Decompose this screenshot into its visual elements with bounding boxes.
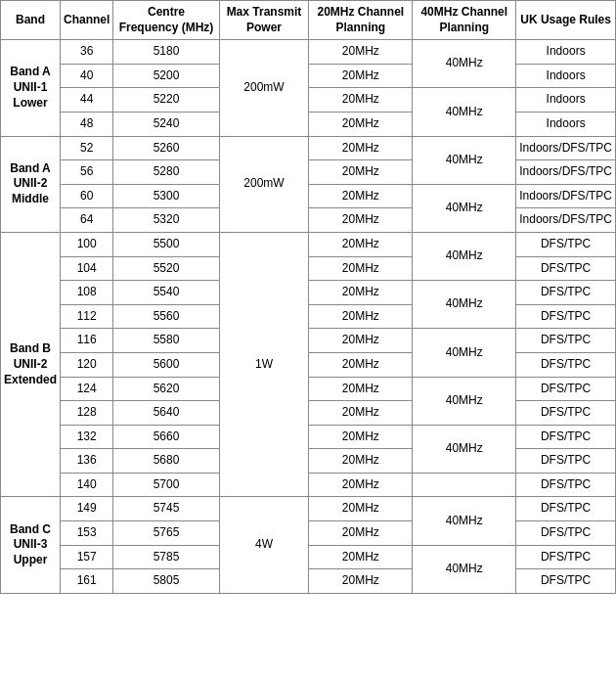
freq-cell: 5765 — [113, 521, 219, 546]
usage-cell: DFS/TPC — [516, 425, 616, 449]
40mhz-cell: 40MHz — [413, 425, 516, 473]
40mhz-cell: 40MHz — [413, 545, 516, 593]
channel-cell: 140 — [61, 473, 113, 497]
20mhz-cell: 20MHz — [309, 304, 413, 329]
20mhz-cell: 20MHz — [309, 232, 413, 256]
40mhz-cell: 40MHz — [413, 377, 516, 425]
channel-cell: 100 — [61, 232, 113, 256]
header-freq: Centre Frequency (MHz) — [113, 1, 219, 40]
usage-cell: DFS/TPC — [516, 281, 616, 305]
40mhz-cell: 40MHz — [413, 497, 516, 545]
20mhz-cell: 20MHz — [309, 569, 413, 594]
freq-cell: 5560 — [113, 304, 219, 329]
power-cell: 200mW — [219, 40, 309, 136]
channel-cell: 44 — [61, 88, 113, 113]
freq-cell: 5260 — [113, 136, 219, 160]
channel-cell: 120 — [61, 352, 113, 377]
band-cell: Band BUNII-2Extended — [1, 232, 61, 497]
usage-cell: Indoors/DFS/TPC — [516, 136, 616, 160]
20mhz-cell: 20MHz — [309, 88, 413, 113]
channel-cell: 52 — [61, 136, 113, 160]
channel-cell: 60 — [61, 184, 113, 208]
usage-cell: DFS/TPC — [516, 473, 616, 497]
usage-cell: DFS/TPC — [516, 377, 616, 401]
40mhz-cell: 40MHz — [413, 329, 516, 377]
header-band: Band — [1, 1, 61, 40]
freq-cell: 5620 — [113, 377, 219, 401]
channel-cell: 64 — [61, 208, 113, 233]
20mhz-cell: 20MHz — [309, 401, 413, 426]
freq-cell: 5700 — [113, 473, 219, 497]
freq-cell: 5280 — [113, 160, 219, 185]
usage-cell: DFS/TPC — [516, 569, 616, 594]
40mhz-cell: 40MHz — [413, 88, 516, 136]
power-cell: 200mW — [219, 136, 309, 232]
band-cell: Band AUNII-2Middle — [1, 136, 61, 232]
20mhz-cell: 20MHz — [309, 281, 413, 305]
channel-cell: 149 — [61, 497, 113, 521]
header-20mhz: 20MHz Channel Planning — [309, 1, 413, 40]
band-cell: Band AUNII-1Lower — [1, 40, 61, 136]
usage-cell: DFS/TPC — [516, 545, 616, 569]
20mhz-cell: 20MHz — [309, 112, 413, 136]
band-cell: Band CUNII-3Upper — [1, 497, 61, 593]
freq-cell: 5500 — [113, 232, 219, 256]
20mhz-cell: 20MHz — [309, 160, 413, 185]
channel-cell: 116 — [61, 329, 113, 353]
usage-cell: DFS/TPC — [516, 329, 616, 353]
channel-cell: 132 — [61, 425, 113, 449]
20mhz-cell: 20MHz — [309, 184, 413, 208]
channel-cell: 136 — [61, 449, 113, 474]
channel-cell: 128 — [61, 401, 113, 426]
main-table: Band Channel Centre Frequency (MHz) Max … — [0, 0, 616, 594]
20mhz-cell: 20MHz — [309, 40, 413, 65]
freq-cell: 5320 — [113, 208, 219, 233]
20mhz-cell: 20MHz — [309, 64, 413, 88]
channel-cell: 36 — [61, 40, 113, 65]
20mhz-cell: 20MHz — [309, 377, 413, 401]
20mhz-cell: 20MHz — [309, 473, 413, 497]
freq-cell: 5745 — [113, 497, 219, 521]
20mhz-cell: 20MHz — [309, 449, 413, 474]
freq-cell: 5600 — [113, 352, 219, 377]
freq-cell: 5240 — [113, 112, 219, 136]
20mhz-cell: 20MHz — [309, 352, 413, 377]
40mhz-cell — [413, 473, 516, 497]
20mhz-cell: 20MHz — [309, 329, 413, 353]
usage-cell: Indoors — [516, 40, 616, 65]
40mhz-cell: 40MHz — [413, 184, 516, 232]
usage-cell: DFS/TPC — [516, 304, 616, 329]
freq-cell: 5200 — [113, 64, 219, 88]
channel-cell: 40 — [61, 64, 113, 88]
freq-cell: 5785 — [113, 545, 219, 569]
channel-cell: 161 — [61, 569, 113, 594]
freq-cell: 5580 — [113, 329, 219, 353]
usage-cell: DFS/TPC — [516, 256, 616, 281]
usage-cell: Indoors/DFS/TPC — [516, 184, 616, 208]
channel-cell: 104 — [61, 256, 113, 281]
power-cell: 4W — [219, 497, 309, 593]
freq-cell: 5805 — [113, 569, 219, 594]
usage-cell: Indoors/DFS/TPC — [516, 208, 616, 233]
header-40mhz: 40MHz Channel Planning — [413, 1, 516, 40]
20mhz-cell: 20MHz — [309, 497, 413, 521]
usage-cell: DFS/TPC — [516, 449, 616, 474]
power-cell: 1W — [219, 232, 309, 497]
40mhz-cell: 40MHz — [413, 136, 516, 184]
channel-cell: 157 — [61, 545, 113, 569]
header-channel: Channel — [61, 1, 113, 40]
channel-cell: 153 — [61, 521, 113, 546]
40mhz-cell: 40MHz — [413, 40, 516, 88]
20mhz-cell: 20MHz — [309, 425, 413, 449]
freq-cell: 5540 — [113, 281, 219, 305]
20mhz-cell: 20MHz — [309, 545, 413, 569]
usage-cell: Indoors/DFS/TPC — [516, 160, 616, 185]
freq-cell: 5680 — [113, 449, 219, 474]
usage-cell: Indoors — [516, 64, 616, 88]
20mhz-cell: 20MHz — [309, 208, 413, 233]
20mhz-cell: 20MHz — [309, 136, 413, 160]
40mhz-cell: 40MHz — [413, 232, 516, 280]
freq-cell: 5220 — [113, 88, 219, 113]
usage-cell: DFS/TPC — [516, 497, 616, 521]
usage-cell: Indoors — [516, 88, 616, 113]
